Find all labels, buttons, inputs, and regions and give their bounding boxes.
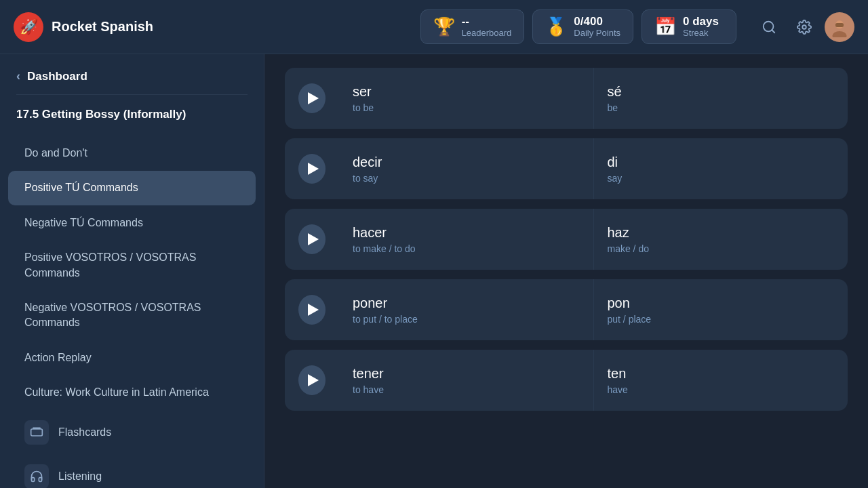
- vocab-spanish-decir: decir: [353, 155, 580, 170]
- content-area: ser to be sé be decir to say di: [264, 54, 868, 488]
- sidebar-item-flashcards[interactable]: Flashcards: [8, 411, 256, 454]
- play-button-decir[interactable]: [298, 154, 326, 184]
- vocab-command-en-ser: be: [608, 102, 835, 113]
- vocab-card-tener: tener to have ten have: [285, 350, 848, 411]
- flashcards-label: Flashcards: [58, 426, 111, 439]
- sidebar-item-positive-vosotros[interactable]: Positive VOSOTROS / VOSOTRAS Commands: [8, 241, 256, 290]
- listening-label: Listening: [58, 470, 102, 483]
- rocket-icon: 🚀: [20, 18, 38, 36]
- flashcard-icon: [24, 420, 49, 445]
- leaderboard-label: Leaderboard: [462, 28, 512, 38]
- sidebar-item-action-replay[interactable]: Action Replay: [8, 341, 256, 375]
- sidebar-item-culture[interactable]: Culture: Work Culture in Latin America: [8, 375, 256, 409]
- vocab-english-tener: to have: [353, 384, 580, 395]
- vocab-left-decir: decir to say: [339, 138, 594, 199]
- vocab-card-ser: ser to be sé be: [285, 68, 848, 129]
- svg-rect-6: [835, 23, 844, 27]
- vocab-content-ser: ser to be sé be: [339, 68, 848, 129]
- header-stats: 🏆 -- Leaderboard 🥇 0/400 Daily Points 📅 …: [420, 9, 736, 44]
- play-button-tener[interactable]: [298, 365, 326, 395]
- vocab-left-hacer: hacer to make / to do: [339, 209, 594, 270]
- vocab-spanish-poner: poner: [353, 296, 580, 311]
- svg-rect-7: [31, 429, 43, 436]
- vocab-content-hacer: hacer to make / to do haz make / do: [339, 209, 848, 270]
- vocab-left-tener: tener to have: [339, 350, 594, 411]
- vocab-english-decir: to say: [353, 173, 580, 184]
- svg-point-4: [833, 31, 847, 37]
- sidebar-item-listening[interactable]: Listening: [8, 455, 256, 488]
- vocab-english-ser: to be: [353, 102, 580, 113]
- vocab-right-ser: sé be: [594, 68, 848, 129]
- svg-point-2: [802, 25, 806, 29]
- sidebar: ‹ Dashboard 17.5 Getting Bossy (Informal…: [0, 54, 264, 488]
- listening-icon: [24, 464, 49, 488]
- vocab-left-poner: poner to put / to place: [339, 279, 594, 340]
- leaderboard-icon: 🏆: [433, 16, 455, 37]
- vocab-left-ser: ser to be: [339, 68, 594, 129]
- logo-area: 🚀 Rocket Spanish: [14, 12, 410, 42]
- back-label: Dashboard: [27, 70, 87, 83]
- vocab-spanish-tener: tener: [353, 366, 580, 382]
- play-btn-area-hacer: [285, 209, 339, 270]
- user-avatar[interactable]: [825, 12, 854, 42]
- leaderboard-text: -- Leaderboard: [462, 16, 512, 38]
- play-btn-area-tener: [285, 350, 339, 411]
- streak-value: 0 days: [683, 16, 719, 28]
- vocab-command-en-tener: have: [608, 384, 835, 395]
- play-button-hacer[interactable]: [298, 224, 326, 254]
- play-button-poner[interactable]: [298, 295, 326, 325]
- back-arrow-icon: ‹: [16, 69, 20, 83]
- streak-label: Streak: [683, 28, 719, 38]
- sidebar-section-title: 17.5 Getting Bossy (Informally): [0, 107, 264, 136]
- vocab-command-tener: ten: [608, 366, 835, 382]
- main-layout: ‹ Dashboard 17.5 Getting Bossy (Informal…: [0, 54, 868, 488]
- vocab-command-decir: di: [608, 155, 835, 170]
- svg-rect-8: [33, 427, 41, 429]
- medal-icon: 🥇: [545, 16, 567, 37]
- vocab-english-hacer: to make / to do: [353, 243, 580, 254]
- play-button-ser[interactable]: [298, 83, 326, 113]
- daily-points-text: 0/400 Daily Points: [574, 16, 620, 38]
- svg-line-1: [772, 30, 774, 33]
- vocab-card-poner: poner to put / to place pon put / place: [285, 279, 848, 340]
- vocab-command-en-poner: put / place: [608, 314, 835, 325]
- vocab-command-poner: pon: [608, 296, 835, 311]
- play-btn-area-poner: [285, 279, 339, 340]
- leaderboard-badge[interactable]: 🏆 -- Leaderboard: [420, 9, 525, 44]
- app-title: Rocket Spanish: [52, 19, 153, 35]
- app-header: 🚀 Rocket Spanish 🏆 -- Leaderboard 🥇 0/40…: [0, 0, 868, 54]
- streak-badge[interactable]: 📅 0 days Streak: [642, 9, 736, 44]
- sidebar-item-do-and-dont[interactable]: Do and Don't: [8, 136, 256, 170]
- vocab-command-en-decir: say: [608, 173, 835, 184]
- vocab-english-poner: to put / to place: [353, 314, 580, 325]
- vocab-command-en-hacer: make / do: [608, 243, 835, 254]
- vocab-content-tener: tener to have ten have: [339, 350, 848, 411]
- sidebar-divider: [16, 94, 248, 95]
- vocab-right-tener: ten have: [594, 350, 848, 411]
- vocab-card-hacer: hacer to make / to do haz make / do: [285, 209, 848, 270]
- sidebar-wrapper: ‹ Dashboard 17.5 Getting Bossy (Informal…: [0, 54, 264, 488]
- play-btn-area-ser: [285, 68, 339, 129]
- vocab-right-decir: di say: [594, 138, 848, 199]
- sidebar-item-negative-tu[interactable]: Negative TÚ Commands: [8, 206, 256, 240]
- vocab-right-hacer: haz make / do: [594, 209, 848, 270]
- search-button[interactable]: [754, 12, 784, 42]
- play-btn-area-decir: [285, 138, 339, 199]
- vocab-right-poner: pon put / place: [594, 279, 848, 340]
- daily-points-badge[interactable]: 🥇 0/400 Daily Points: [532, 9, 633, 44]
- sidebar-scroll: ‹ Dashboard 17.5 Getting Bossy (Informal…: [0, 54, 264, 488]
- settings-button[interactable]: [789, 12, 819, 42]
- vocab-command-hacer: haz: [608, 225, 835, 241]
- sidebar-item-positive-tu[interactable]: Positive TÚ Commands: [8, 171, 256, 205]
- streak-text: 0 days Streak: [683, 16, 719, 38]
- vocab-content-poner: poner to put / to place pon put / place: [339, 279, 848, 340]
- sidebar-item-negative-vosotros[interactable]: Negative VOSOTROS / VOSOTRAS Commands: [8, 291, 256, 340]
- leaderboard-value: --: [462, 16, 512, 28]
- app-logo: 🚀: [14, 12, 43, 42]
- sidebar-back-button[interactable]: ‹ Dashboard: [0, 54, 264, 94]
- vocab-content-decir: decir to say di say: [339, 138, 848, 199]
- vocab-command-ser: sé: [608, 84, 835, 100]
- header-icons: [754, 12, 854, 42]
- calendar-icon: 📅: [654, 16, 676, 37]
- vocab-card-decir: decir to say di say: [285, 138, 848, 199]
